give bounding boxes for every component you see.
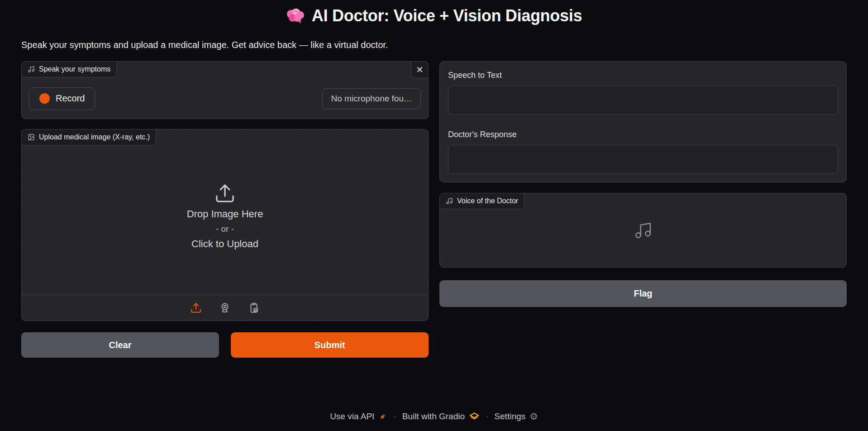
close-icon: ✕ — [416, 65, 424, 74]
drop-image-text: Drop Image Here — [187, 208, 263, 220]
record-dot-icon — [39, 93, 50, 104]
output-panel: Speech to Text Doctor's Response — [439, 61, 847, 182]
gradio-logo-icon — [469, 412, 480, 421]
webcam-source-button[interactable] — [217, 300, 233, 316]
stt-textbox[interactable] — [448, 86, 838, 115]
microphone-select[interactable]: No microphone fou… — [322, 88, 421, 109]
clipboard-icon — [248, 302, 260, 314]
webcam-icon — [219, 302, 231, 314]
flag-button[interactable]: Flag — [439, 280, 847, 307]
response-label: Doctor's Response — [448, 130, 838, 139]
upload-icon — [214, 182, 236, 204]
source-toolbar — [22, 295, 428, 321]
audio-input-label: Speak your symptoms — [22, 62, 117, 77]
plug-icon — [378, 412, 387, 421]
record-label: Record — [56, 93, 85, 104]
gradio-link[interactable]: Built with Gradio — [402, 412, 480, 421]
close-button[interactable]: ✕ — [411, 62, 428, 78]
paste-source-button[interactable] — [246, 300, 262, 316]
page-title: AI Doctor: Voice + Vision Diagnosis — [312, 6, 582, 25]
separator-dot: · — [393, 412, 396, 421]
settings-link[interactable]: Settings ⚙ — [494, 411, 538, 422]
audio-output-block: Voice of the Doctor — [439, 193, 847, 268]
audio-input-block: Speak your symptoms ✕ Record No micropho… — [21, 61, 429, 119]
music-note-icon — [446, 197, 453, 205]
record-button[interactable]: Record — [29, 87, 95, 110]
upload-source-button[interactable] — [188, 300, 204, 316]
audio-controls: Record No microphone fou… — [22, 78, 428, 119]
audio-output-label: Voice of the Doctor — [440, 193, 525, 209]
input-column: Speak your symptoms ✕ Record No micropho… — [21, 61, 429, 358]
app-root: AI Doctor: Voice + Vision Diagnosis Spea… — [0, 0, 868, 431]
output-column: Speech to Text Doctor's Response Voice o… — [439, 61, 847, 307]
or-text: - or - — [216, 224, 234, 234]
submit-button[interactable]: Submit — [231, 332, 429, 358]
page-header: AI Doctor: Voice + Vision Diagnosis — [21, 6, 847, 25]
speech-to-text-field: Speech to Text — [448, 71, 838, 116]
main-columns: Speak your symptoms ✕ Record No micropho… — [21, 61, 847, 358]
music-note-icon — [28, 66, 35, 73]
action-buttons: Clear Submit — [21, 332, 429, 358]
click-to-upload-text: Click to Upload — [191, 238, 258, 250]
audio-placeholder-icon — [634, 221, 653, 240]
separator-dot: · — [486, 412, 488, 421]
api-link[interactable]: Use via API — [330, 412, 387, 421]
clear-button[interactable]: Clear — [21, 332, 219, 358]
doctor-response-field: Doctor's Response — [448, 130, 838, 176]
footer: Use via API · Built with Gradio · Settin… — [21, 411, 847, 422]
stt-label: Speech to Text — [448, 71, 838, 80]
brain-icon — [286, 8, 305, 24]
image-upload-label: Upload medical image (X-ray, etc.) — [22, 129, 156, 145]
response-textbox[interactable] — [448, 145, 838, 174]
image-dropzone[interactable]: Drop Image Here - or - Click to Upload — [22, 129, 428, 295]
image-upload-block: Upload medical image (X-ray, etc.) Drop … — [21, 129, 429, 321]
page-subtitle: Speak your symptoms and upload a medical… — [21, 40, 847, 50]
gear-icon: ⚙ — [529, 411, 538, 422]
image-icon — [28, 134, 35, 141]
upload-source-icon — [190, 302, 202, 314]
